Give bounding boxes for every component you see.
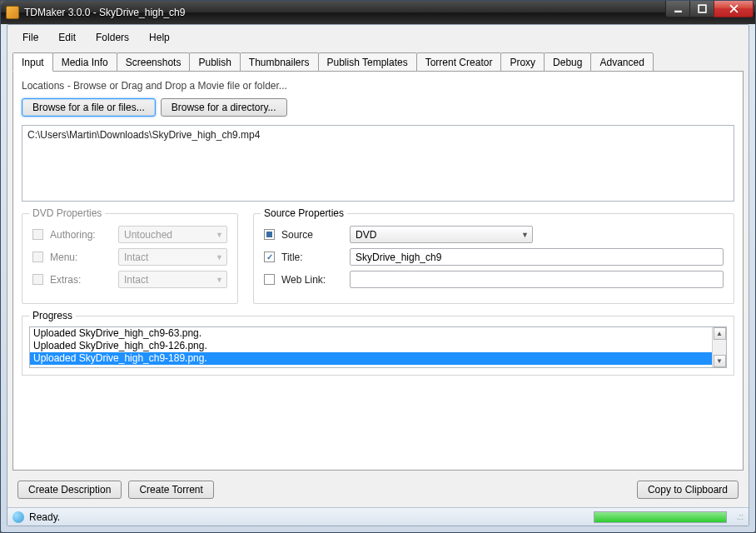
- file-list-item[interactable]: C:\Users\Martin\Downloads\SkyDrive_high_…: [27, 129, 729, 141]
- app-icon: [6, 6, 19, 19]
- dvd-properties-legend: DVD Properties: [29, 207, 105, 219]
- copy-to-clipboard-button[interactable]: Copy to Clipboard: [637, 481, 739, 499]
- svg-rect-0: [674, 11, 682, 12]
- tab-advanced[interactable]: Advanced: [590, 52, 653, 72]
- minimize-button[interactable]: [665, 1, 690, 17]
- client-area: File Edit Folders Help Input Media Info …: [7, 24, 749, 526]
- progress-legend: Progress: [29, 310, 76, 321]
- weblink-checkbox[interactable]: [264, 274, 275, 285]
- browse-directory-button[interactable]: Browse for a directory...: [161, 98, 287, 117]
- close-button[interactable]: [714, 1, 754, 17]
- tab-body-input: Locations - Browse or Drag and Drop a Mo…: [12, 71, 744, 471]
- authoring-checkbox: [32, 229, 43, 240]
- chevron-down-icon: ▼: [216, 276, 223, 284]
- window-title: TDMaker 3.0.0 - SkyDrive_high_ch9: [24, 7, 185, 18]
- titlebar[interactable]: TDMaker 3.0.0 - SkyDrive_high_ch9: [1, 1, 755, 24]
- chevron-down-icon: ▼: [216, 253, 223, 262]
- extras-combo: Intact▼: [118, 271, 227, 288]
- authoring-label: Authoring:: [50, 229, 112, 241]
- authoring-combo: Untouched▼: [118, 226, 227, 243]
- title-label: Title:: [281, 252, 343, 263]
- menubar: File Edit Folders Help: [7, 25, 749, 50]
- tab-thumbnailers[interactable]: Thumbnailers: [240, 52, 319, 72]
- status-progressbar: [594, 511, 727, 523]
- scroll-up-icon[interactable]: ▲: [714, 327, 726, 340]
- source-properties-group: Source Properties Source DVD▼ Title: Web…: [253, 213, 734, 304]
- statusbar: Ready. .::: [7, 507, 749, 526]
- extras-label: Extras:: [50, 274, 112, 286]
- create-description-button[interactable]: Create Description: [17, 481, 122, 499]
- svg-rect-1: [699, 5, 706, 12]
- resize-grip-icon[interactable]: .::: [732, 512, 744, 521]
- menu-label: Menu:: [50, 252, 112, 263]
- bottom-button-row: Create Description Create Torrent Copy t…: [12, 476, 744, 504]
- tab-debug[interactable]: Debug: [544, 52, 591, 72]
- progress-line[interactable]: Uploaded SkyDrive_high_ch9-63.png.: [30, 327, 726, 340]
- maximize-button[interactable]: [689, 1, 714, 17]
- extras-checkbox: [32, 274, 43, 285]
- progress-line[interactable]: Uploaded SkyDrive_high_ch9-126.png.: [30, 340, 726, 352]
- chevron-down-icon: ▼: [216, 231, 223, 239]
- create-torrent-button[interactable]: Create Torrent: [128, 481, 213, 499]
- tab-header: Input Media Info Screenshots Publish Thu…: [7, 52, 749, 71]
- file-list[interactable]: C:\Users\Martin\Downloads\SkyDrive_high_…: [22, 125, 734, 202]
- app-window: TDMaker 3.0.0 - SkyDrive_high_ch9 File E…: [0, 0, 756, 533]
- menu-checkbox: [32, 252, 43, 262]
- tab-publish[interactable]: Publish: [189, 52, 240, 72]
- progress-list[interactable]: Uploaded SkyDrive_high_ch9-63.png. Uploa…: [29, 326, 727, 368]
- source-checkbox[interactable]: [264, 229, 275, 240]
- title-checkbox[interactable]: [264, 252, 275, 262]
- weblink-label: Web Link:: [281, 274, 343, 286]
- browse-files-button[interactable]: Browse for a file or files...: [22, 98, 156, 117]
- tab-publish-templates[interactable]: Publish Templates: [318, 52, 417, 72]
- window-buttons: [666, 1, 754, 17]
- progress-group: Progress Uploaded SkyDrive_high_ch9-63.p…: [22, 316, 734, 376]
- chevron-down-icon: ▼: [521, 231, 529, 239]
- status-icon: [12, 511, 24, 523]
- status-text: Ready.: [29, 511, 60, 523]
- menu-file[interactable]: File: [14, 28, 47, 47]
- browse-row: Browse for a file or files... Browse for…: [22, 98, 734, 117]
- source-value: DVD: [356, 229, 376, 241]
- menu-edit[interactable]: Edit: [50, 28, 84, 47]
- menu-combo: Intact▼: [118, 248, 227, 266]
- extras-value: Intact: [124, 274, 148, 286]
- menu-value: Intact: [124, 252, 148, 263]
- tab-media-info[interactable]: Media Info: [52, 52, 117, 72]
- locations-hint: Locations - Browse or Drag and Drop a Mo…: [22, 80, 734, 92]
- tab-torrent-creator[interactable]: Torrent Creator: [416, 52, 502, 72]
- weblink-input[interactable]: [350, 271, 724, 288]
- dvd-properties-group: DVD Properties Authoring: Untouched▼ Men…: [22, 213, 238, 304]
- scrollbar[interactable]: ▲ ▼: [712, 327, 726, 367]
- source-label: Source: [281, 229, 343, 241]
- authoring-value: Untouched: [124, 229, 172, 241]
- tab-input[interactable]: Input: [12, 52, 53, 72]
- menu-folders[interactable]: Folders: [87, 28, 137, 47]
- title-input[interactable]: [350, 248, 724, 266]
- source-properties-legend: Source Properties: [261, 207, 347, 219]
- scroll-down-icon[interactable]: ▼: [714, 355, 726, 367]
- tab-screenshots[interactable]: Screenshots: [117, 52, 191, 72]
- menu-help[interactable]: Help: [141, 28, 178, 47]
- tab-proxy[interactable]: Proxy: [500, 52, 545, 72]
- progress-line-selected[interactable]: Uploaded SkyDrive_high_ch9-189.png.: [30, 352, 726, 365]
- source-combo[interactable]: DVD▼: [350, 226, 533, 243]
